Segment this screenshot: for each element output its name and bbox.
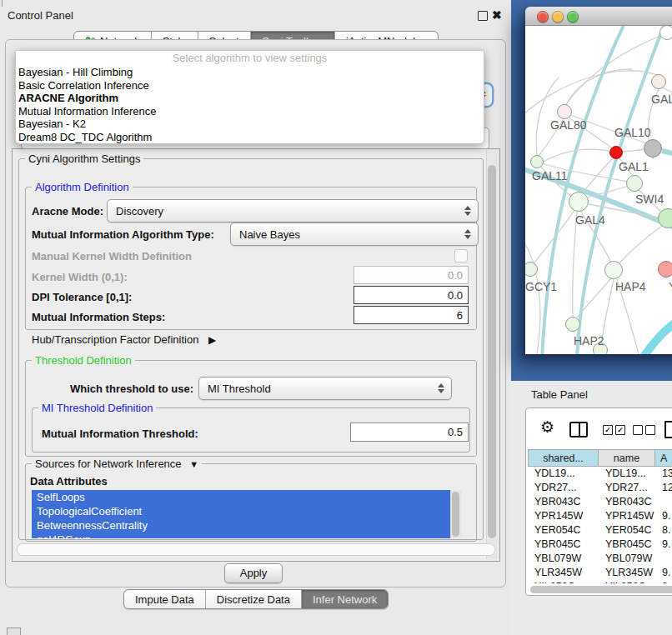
dpi-tolerance-field[interactable] [354,286,469,304]
cell: YBR045C [528,538,599,552]
column-header-a[interactable]: A [655,449,672,467]
mini-panel-button[interactable] [7,628,21,635]
table-row[interactable]: YDR27...YDR27...12 [528,481,672,495]
attribute-item-selected[interactable]: gal4RGexp [32,532,461,538]
node-label: HAP2 [574,334,604,348]
network-node[interactable] [651,74,666,89]
manual-kernel-width-checkbox[interactable] [454,249,468,262]
split-columns-icon[interactable] [569,422,588,438]
network-canvas[interactable]: GAL GAL80 GAL10 GAL1 GAL11 SWI4 GAL4 GCY… [525,26,672,354]
network-node[interactable] [604,261,623,279]
manual-kernel-width-label: Manual Kernel Width Definition [32,250,192,262]
table-row[interactable]: YER054CYER054C8. [528,523,672,538]
table-row[interactable]: YPR145WYPR145W9. [528,509,672,523]
aracne-mode-combobox[interactable]: Discovery [107,199,479,222]
table-row[interactable]: YIL052CYIL052C9 [528,580,672,583]
divider [2,0,3,7]
tab-discretize-data[interactable]: Discretize Data [206,590,302,608]
table-header: shared... name A [528,449,672,467]
cell: YBR043C [528,495,599,509]
combobox-value: Naive Bayes [239,228,300,241]
sources-group-title[interactable]: Sources for Network Inference ▼ [32,458,202,470]
attribute-item-selected[interactable]: TopologicalCoefficient [32,504,461,518]
attribute-item-selected[interactable]: SelfLoops [32,490,461,504]
cell [655,552,672,566]
tab-label: Impute Data [135,593,194,606]
float-window-icon[interactable] [478,11,488,21]
gear-icon[interactable]: ⚙ [540,419,554,435]
export-table-icon[interactable] [664,421,672,438]
table-panel-title: Table Panel [531,388,588,401]
cell: YLR345W [528,566,599,580]
cell: YIL052C [528,580,599,583]
mi-threshold-label: Mutual Information Threshold: [42,428,198,440]
table-row[interactable]: YLR345WYLR345W9. [528,566,672,580]
minimize-traffic-light[interactable] [552,11,564,22]
table-row[interactable]: YBR045CYBR045C9. [528,538,672,552]
table-row[interactable]: YBL079WYBL079W [528,552,672,566]
dpi-tolerance-label: DPI Tolerance [0,1]: [32,291,132,303]
algorithm-option-selected[interactable]: ARACNE Algorithm [16,92,484,105]
algorithm-option[interactable]: Dream8 DC_TDC Algorithm [16,131,484,144]
group-title: Threshold Definition [32,354,135,367]
hide-columns-icon[interactable] [633,425,655,435]
which-threshold-combobox[interactable]: MI Threshold [198,377,452,400]
attribute-item-selected[interactable]: BetweennessCentrality [32,518,461,532]
cell: YLR345W [599,566,655,580]
cell: YDL19... [528,467,599,481]
data-attributes-label: Data Attributes [30,475,108,488]
algorithm-option[interactable]: Mutual Information Inference [16,105,484,118]
group-title: Cyni Algorithm Settings [25,152,143,165]
group-title: MI Threshold Definition [38,402,156,414]
vertical-scrollbar-thumb[interactable] [488,165,496,538]
network-node-selected[interactable] [609,146,623,159]
algorithm-option[interactable]: Bayesian - Hill Climbing [16,66,484,79]
network-node[interactable] [644,139,662,158]
list-scrollbar-thumb[interactable] [452,492,459,537]
network-node[interactable] [530,155,544,168]
network-window-titlebar[interactable] [525,7,672,26]
network-view-window: GAL GAL80 GAL10 GAL1 GAL11 SWI4 GAL4 GCY… [525,7,672,354]
algorithm-option[interactable]: Basic Correlation Inference [16,79,484,92]
tab-label: Infer Network [313,593,377,606]
algorithm-option[interactable]: Bayesian - K2 [16,118,484,131]
which-threshold-label: Which threshold to use: [70,382,193,395]
cell: YDR27... [599,481,655,495]
table-row[interactable]: YDL19...YDL19...13 [528,467,672,481]
network-node[interactable] [658,208,672,228]
cell: YBL079W [528,552,599,566]
close-icon[interactable]: ✖ [492,9,502,21]
algorithm-dropdown-list: Select algorithm to view settings Bayesi… [15,50,484,144]
table-row[interactable]: YBR043CYBR043C [528,495,672,509]
mi-algorithm-type-combobox[interactable]: Naive Bayes [230,222,479,246]
application-root: Control Panel ✖ Network Style Select Cyn… [0,0,672,635]
tab-infer-network[interactable]: Infer Network [302,590,388,608]
show-columns-icon[interactable]: ✓✓ [603,425,625,435]
tab-impute-data[interactable]: Impute Data [124,590,206,608]
cell [655,495,672,509]
network-node[interactable] [626,175,643,192]
mi-steps-field[interactable] [354,306,469,324]
zoom-traffic-light[interactable] [567,11,579,22]
column-header-shared-name[interactable]: shared... [528,449,599,467]
dropdown-placeholder: Select algorithm to view settings [16,51,484,66]
node-label: GAL4 [575,213,605,227]
column-header-name[interactable]: name [599,449,655,467]
table-horizontal-scrollbar-thumb[interactable] [530,586,672,593]
network-node[interactable] [659,26,672,40]
hub-transcription-factor-section[interactable]: Hub/Transcription Factor Definition ▶ [32,333,216,346]
horizontal-scrollbar[interactable] [17,543,495,556]
network-node[interactable] [658,261,672,278]
network-node[interactable] [565,317,580,332]
network-node[interactable] [569,192,589,212]
cell: 13 [655,467,672,481]
apply-button[interactable]: Apply [224,563,283,583]
cell: 8. [655,523,672,538]
cell: YBL079W [599,552,655,566]
network-node[interactable] [557,104,572,119]
cell: YER054C [599,523,655,538]
kernel-width-field[interactable] [354,266,469,284]
mi-threshold-field[interactable] [350,422,469,442]
table-body: YDL19...YDL19...13 YDR27...YDR27...12 YB… [528,467,672,583]
close-traffic-light[interactable] [537,11,549,22]
